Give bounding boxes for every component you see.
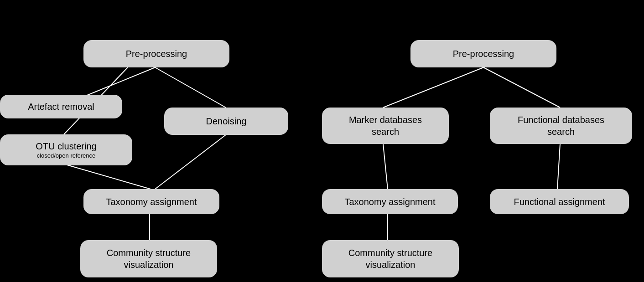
preproc2-node: Pre-processing <box>410 40 556 67</box>
svg-line-7 <box>483 67 560 108</box>
denoising-node: Denoising <box>164 108 288 135</box>
func-db-node: Functional databases search <box>490 108 632 144</box>
svg-line-4 <box>64 164 151 189</box>
svg-line-6 <box>383 67 483 108</box>
marker-db-node: Marker databases search <box>322 108 449 144</box>
svg-line-9 <box>557 144 560 189</box>
otu-node: OTU clustering closed/open reference <box>0 134 132 165</box>
svg-line-1 <box>155 67 226 108</box>
taxonomy1-node: Taxonomy assignment <box>83 189 219 214</box>
artefact-node: Artefact removal <box>0 95 122 118</box>
taxonomy2-node: Taxonomy assignment <box>322 189 458 214</box>
comm1-node: Community structure visualization <box>80 240 217 277</box>
comm2-node: Community structure visualization <box>322 240 459 277</box>
svg-line-3 <box>155 135 226 189</box>
preproc1-node: Pre-processing <box>83 40 229 67</box>
func-assign-node: Functional assignment <box>490 189 629 214</box>
svg-line-8 <box>383 144 388 189</box>
